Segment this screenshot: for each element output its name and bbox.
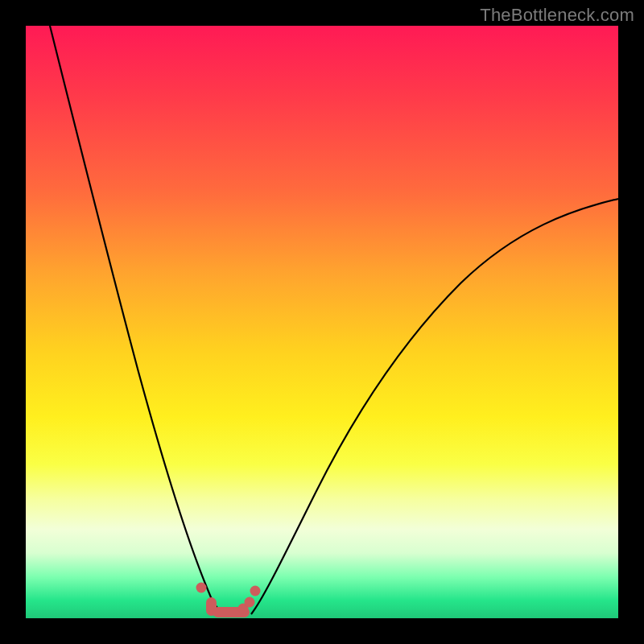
right-curve-path	[251, 199, 618, 614]
valley-markers-group	[196, 583, 261, 618]
chart-plot-area	[26, 26, 618, 618]
chart-svg	[26, 26, 618, 618]
chart-frame: TheBottleneck.com	[0, 0, 644, 644]
watermark-text: TheBottleneck.com	[480, 5, 634, 26]
marker-dot	[245, 597, 255, 608]
marker-dot	[196, 583, 207, 593]
marker-dot	[250, 586, 261, 597]
left-curve-path	[50, 26, 225, 614]
